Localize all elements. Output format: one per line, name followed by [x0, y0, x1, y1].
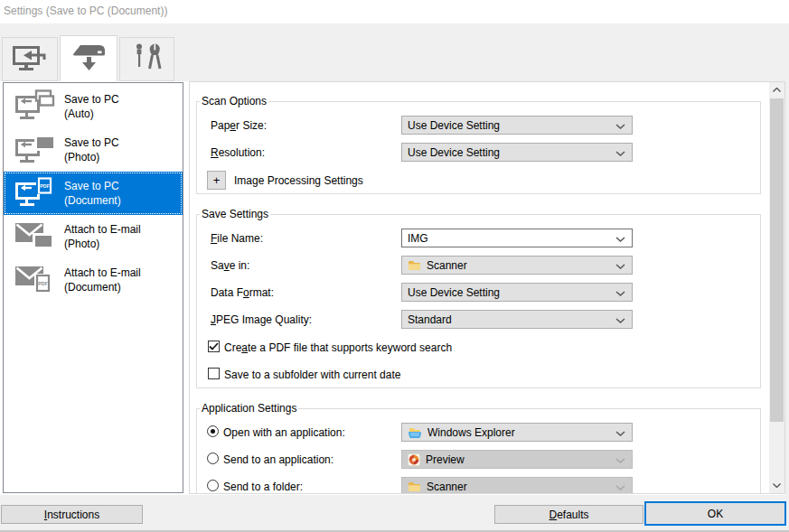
data-format-value: Use Device Setting [408, 286, 500, 299]
chevron-down-icon [615, 431, 625, 436]
tab-scan-from-device[interactable] [60, 35, 117, 81]
pdf-keyword-checkbox[interactable] [208, 341, 220, 352]
sidebar-item-sublabel: (Document) [64, 193, 121, 208]
sidebar-item-sublabel: (Document) [64, 280, 141, 294]
chevron-down-icon [615, 485, 625, 490]
image-processing-expand-button[interactable]: + [207, 171, 226, 190]
settings-dialog: Settings (Save to PC (Document)) [0, 0, 789, 532]
chevron-down-icon [615, 124, 625, 129]
scanner-download-icon [70, 42, 108, 76]
image-processing-label: Image Processing Settings [234, 174, 363, 187]
monitor-arrow-icon [11, 42, 49, 76]
sidebar-item-label: Attach to E-mail [64, 222, 141, 237]
chevron-down-icon [615, 151, 625, 156]
svg-text:PDF: PDF [40, 183, 49, 189]
resolution-select[interactable]: Use Device Setting [401, 143, 633, 162]
data-format-label: Data Format: [211, 286, 274, 299]
tab-scan-from-pc[interactable] [2, 37, 58, 81]
main-area: Save to PC (Auto) [0, 81, 789, 495]
sidebar-item-save-pc-auto[interactable]: Save to PC (Auto) [4, 85, 183, 128]
title-bar: Settings (Save to PC (Document)) [0, 0, 789, 23]
sidebar-item-sublabel: (Photo) [64, 237, 141, 251]
data-format-select[interactable]: Use Device Setting [401, 283, 633, 302]
paper-size-select[interactable]: Use Device Setting [401, 116, 633, 135]
chevron-down-icon [773, 483, 781, 488]
chevron-up-icon [773, 88, 781, 92]
chevron-down-icon [615, 264, 625, 269]
defaults-button[interactable]: Defaults [494, 505, 643, 524]
save-to-pc-photo-icon [14, 132, 55, 168]
sidebar-item-sublabel: (Auto) [64, 107, 119, 121]
send-to-application-label: Send to an application: [223, 453, 333, 466]
resolution-value: Use Device Setting [408, 146, 500, 159]
save-in-label: Save in: [211, 259, 249, 272]
sidebar-item-label: Save to PC [64, 92, 119, 107]
open-with-application-radio[interactable] [207, 425, 219, 437]
tools-icon [130, 42, 164, 77]
scroll-down-button[interactable] [769, 478, 784, 493]
sidebar-item-label: Save to PC [64, 135, 119, 150]
chevron-down-icon [615, 458, 625, 463]
send-to-folder-radio[interactable] [207, 480, 219, 491]
tab-general-settings[interactable] [119, 37, 174, 81]
send-to-application-value: Preview [426, 453, 465, 466]
svg-text:PDF: PDF [38, 281, 47, 286]
tab-strip [0, 23, 789, 81]
send-to-folder-select: Scanner [401, 477, 633, 494]
sidebar-item-sublabel: (Photo) [64, 150, 119, 164]
pdf-keyword-label: Create a PDF file that supports keyword … [224, 341, 452, 354]
open-with-application-value: Windows Explorer [427, 426, 515, 439]
windows-explorer-icon [408, 426, 422, 439]
application-settings-title: Application Settings [200, 402, 298, 415]
scrollbar-thumb[interactable] [770, 98, 784, 422]
jpeg-quality-value: Standard [408, 313, 452, 326]
chevron-down-icon [615, 291, 625, 296]
save-in-select[interactable]: Scanner [401, 256, 633, 275]
right-margin [785, 81, 789, 495]
attach-email-document-icon: PDF [14, 262, 55, 298]
chevron-down-icon [615, 237, 625, 242]
paper-size-value: Use Device Setting [408, 119, 500, 132]
scroll-up-button[interactable] [769, 82, 784, 98]
send-to-folder-label: Send to a folder: [223, 481, 303, 493]
send-to-folder-value: Scanner [427, 481, 467, 493]
file-name-value: IMG [408, 232, 428, 245]
save-settings-title: Save Settings [200, 208, 270, 220]
scan-options-title: Scan Options [200, 95, 268, 107]
sidebar-list: Save to PC (Auto) [3, 82, 183, 493]
window-title: Settings (Save to PC (Document)) [4, 5, 167, 17]
subfolder-label: Save to a subfolder with current date [224, 369, 400, 381]
open-with-application-select[interactable]: Windows Explorer [401, 423, 633, 442]
preview-app-icon [408, 453, 420, 466]
file-name-label: File Name: [211, 232, 263, 245]
send-to-application-select: Preview [401, 450, 633, 469]
sidebar-item-attach-email-photo[interactable]: Attach to E-mail (Photo) [4, 215, 183, 258]
open-with-application-label: Open with an application: [223, 426, 345, 439]
vertical-scrollbar[interactable] [769, 82, 784, 493]
send-to-application-radio[interactable] [207, 453, 219, 464]
paper-size-label: Paper Size: [211, 119, 267, 132]
sidebar-item-label: Save to PC [64, 179, 121, 193]
jpeg-quality-label: JPEG Image Quality: [211, 313, 312, 326]
checkmark-icon [209, 342, 219, 350]
save-in-value: Scanner [427, 259, 467, 272]
sidebar-item-save-pc-document[interactable]: PDF Save to PC (Document) [4, 172, 183, 215]
resolution-label: Resolution: [211, 146, 265, 159]
folder-icon [408, 260, 421, 271]
settings-pane: Scan Options Paper Size: Use Device Sett… [189, 81, 785, 494]
sidebar-item-save-pc-photo[interactable]: Save to PC (Photo) [4, 128, 183, 172]
attach-email-photo-icon [14, 219, 55, 255]
file-name-input[interactable]: IMG [401, 229, 633, 247]
sidebar-item-label: Attach to E-mail [64, 266, 141, 280]
footer-bar: Instructions Defaults OK [0, 495, 789, 532]
subfolder-checkbox[interactable] [208, 368, 220, 379]
chevron-down-icon [615, 318, 625, 323]
save-to-pc-auto-icon [14, 89, 55, 125]
sidebar-item-attach-email-document[interactable]: PDF Attach to E-mail (Document) [4, 258, 183, 302]
folder-icon [408, 481, 421, 492]
ok-button[interactable]: OK [644, 501, 786, 526]
save-to-pc-document-icon: PDF [14, 175, 55, 211]
jpeg-quality-select[interactable]: Standard [401, 310, 633, 329]
instructions-button[interactable]: Instructions [1, 505, 143, 524]
